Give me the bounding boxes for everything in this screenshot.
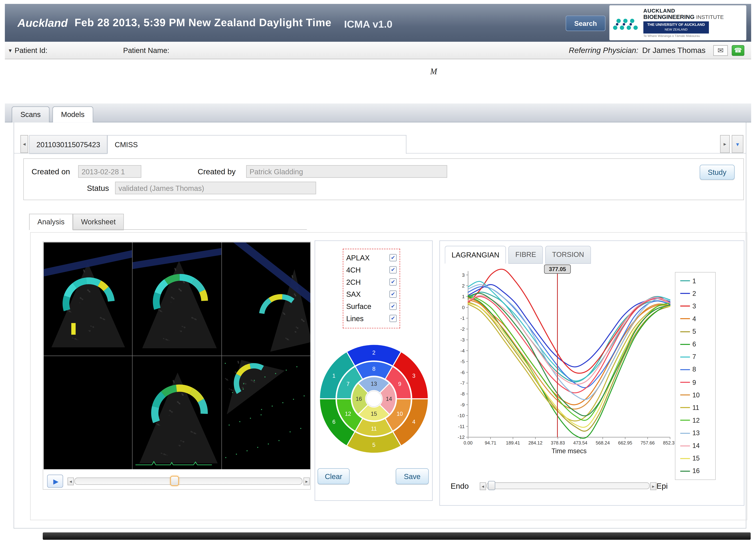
legend-item-14[interactable]: 14 (680, 441, 715, 451)
legend-item-2[interactable]: 2 (680, 288, 715, 299)
y-tick-label: -11 (458, 424, 465, 429)
frame-forward-button[interactable]: ► (303, 477, 310, 485)
save-button[interactable]: Save (395, 468, 429, 484)
legend-item-8[interactable]: 8 (680, 364, 715, 375)
logo-line2: BIOENGINEERING INSTITUTE (643, 14, 724, 21)
model-tab-cmiss[interactable]: CMISS (107, 135, 407, 154)
legend-label: 13 (692, 429, 700, 437)
depth-right-button[interactable]: ► (650, 482, 657, 490)
echo-view-1[interactable] (44, 242, 132, 355)
main-tab-scans[interactable]: Scans (12, 106, 49, 122)
x-tick-label: 568.24 (595, 440, 610, 445)
frame-slider-thumb[interactable] (170, 476, 178, 486)
strain-tab-lagrangian[interactable]: LAGRANGIAN (445, 246, 506, 264)
legend-swatch (680, 356, 690, 357)
model-tab-bar: 2011030115075423CMISS (29, 135, 406, 153)
playback-controls: ▶ ◄ ► (43, 474, 310, 489)
legend-label: 15 (692, 455, 700, 462)
strain-curve-8 (468, 287, 670, 388)
depth-slider-track[interactable] (486, 482, 650, 489)
legend-item-15[interactable]: 15 (680, 453, 715, 464)
frame-back-button[interactable]: ◄ (67, 477, 74, 485)
patient-name-label: Patient Name: (123, 46, 169, 55)
status-label: Status (87, 184, 109, 193)
strain-chart[interactable]: 3210-1-2-3-4-5-6-7-8-9-10-11-120.0094.71… (446, 264, 675, 468)
x-tick-label: 94.71 (485, 440, 496, 445)
view-toggle-row: 2CH✔ (346, 276, 397, 288)
bullseye-segment-label: 12 (345, 411, 351, 417)
strain-tab-torsion[interactable]: TORSION (545, 246, 591, 264)
tab-scroll-left-button[interactable]: ◂ (20, 135, 28, 153)
view-toggle-checkbox-lines[interactable]: ✔ (389, 315, 397, 322)
view-toggle-checkbox-2ch[interactable]: ✔ (389, 278, 397, 286)
y-tick-label: -8 (460, 391, 465, 397)
x-tick-label: 757.66 (640, 440, 655, 445)
legend-item-13[interactable]: 13 (680, 428, 715, 439)
bullseye-segment-label: 10 (397, 411, 403, 417)
legend-swatch (680, 433, 690, 434)
bullseye-center (366, 391, 381, 406)
echo-view-3[interactable] (222, 242, 310, 355)
view-toggle-group: APLAX✔4CH✔2CH✔SAX✔Surface✔Lines✔ (343, 249, 400, 329)
legend-swatch (680, 394, 690, 395)
clear-button[interactable]: Clear (318, 468, 350, 484)
echo-view-5[interactable] (133, 356, 221, 469)
legend-item-5[interactable]: 5 (680, 326, 715, 337)
model-tab-2011030115075423[interactable]: 2011030115075423 (29, 135, 107, 154)
echo-image (222, 356, 310, 469)
legend-item-11[interactable]: 11 (680, 402, 715, 413)
legend-item-12[interactable]: 12 (680, 415, 715, 426)
depth-left-button[interactable]: ◄ (480, 482, 486, 490)
y-tick-label: -3 (460, 337, 465, 342)
search-button[interactable]: Search (566, 16, 605, 31)
patient-id-label: Patient Id: (15, 46, 47, 55)
view-toggle-label: 4CH (346, 266, 361, 274)
strain-tab-fibre[interactable]: FIBRE (508, 246, 543, 264)
legend-item-7[interactable]: 7 (680, 351, 715, 362)
x-tick-label: 0.00 (464, 440, 473, 445)
chart-legend: 12345678910111213141516 (675, 272, 716, 480)
created-on-field[interactable] (78, 165, 141, 178)
legend-item-10[interactable]: 10 (680, 390, 715, 400)
legend-label: 3 (692, 303, 696, 310)
depth-slider-thumb[interactable] (488, 481, 495, 490)
view-toggle-checkbox-4ch[interactable]: ✔ (389, 266, 397, 273)
x-tick-label: 473.54 (573, 440, 588, 445)
view-toggle-row: APLAX✔ (346, 252, 397, 264)
mail-icon[interactable]: ✉ (713, 45, 728, 56)
legend-item-3[interactable]: 3 (680, 301, 715, 312)
bullseye-segment-label: 2 (372, 349, 376, 356)
status-field[interactable] (115, 182, 316, 194)
tab-scroll-right-button[interactable]: ▸ (720, 135, 730, 153)
view-toggle-checkbox-surface[interactable]: ✔ (389, 303, 397, 310)
patient-id-dropdown-caret[interactable]: ▾ (9, 47, 12, 54)
legend-swatch (680, 382, 690, 383)
bullseye-segment-label: 11 (371, 426, 377, 432)
logo-line1: AUCKLAND (643, 9, 724, 14)
header-datetime: Feb 28 2013, 5:39 PM New Zealand Dayligh… (74, 17, 332, 29)
legend-swatch (680, 407, 690, 408)
view-toggle-checkbox-sax[interactable]: ✔ (389, 291, 397, 298)
phone-icon[interactable]: ☎ (732, 45, 744, 56)
analysis-tab-worksheet[interactable]: Worksheet (73, 214, 124, 230)
study-button[interactable]: Study (700, 165, 734, 180)
analysis-tab-analysis[interactable]: Analysis (29, 214, 73, 230)
tab-list-dropdown-button[interactable]: ▾ (732, 135, 743, 153)
strain-panel: LAGRANGIANFIBRETORSION 3210-1-2-3-4-5-6-… (439, 240, 744, 506)
legend-item-16[interactable]: 16 (680, 466, 715, 476)
echo-view-2[interactable] (133, 242, 221, 355)
legend-item-4[interactable]: 4 (680, 314, 715, 324)
legend-item-6[interactable]: 6 (680, 339, 715, 350)
echo-image (44, 242, 132, 355)
bullseye-segment-label: 4 (412, 419, 415, 425)
echo-view-6[interactable] (222, 356, 310, 469)
view-toggle-row: 4CH✔ (346, 264, 397, 276)
echo-view-4[interactable] (44, 356, 132, 469)
legend-item-1[interactable]: 1 (680, 275, 715, 286)
play-button[interactable]: ▶ (47, 474, 63, 487)
main-tab-models[interactable]: Models (53, 106, 93, 122)
view-toggle-checkbox-aplax[interactable]: ✔ (389, 254, 397, 261)
created-by-field[interactable] (246, 165, 447, 178)
frame-slider-track[interactable] (74, 477, 302, 485)
legend-item-9[interactable]: 9 (680, 377, 715, 388)
